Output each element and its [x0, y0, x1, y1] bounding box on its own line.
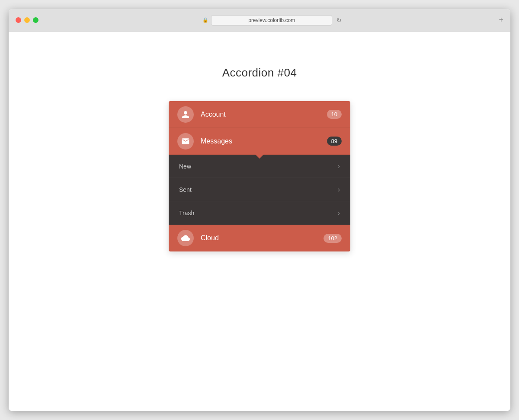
cloud-badge: 102	[324, 234, 342, 243]
maximize-button[interactable]	[33, 17, 38, 23]
chevron-right-icon: ›	[338, 162, 340, 170]
accordion-item-messages[interactable]: Messages 89	[169, 128, 350, 155]
traffic-lights	[16, 17, 38, 23]
accordion-item-account[interactable]: Account 10	[169, 101, 350, 128]
messages-badge: 89	[327, 137, 342, 146]
browser-chrome: 🔒 preview.colorlib.com ↻ +	[9, 9, 510, 32]
envelope-icon	[181, 137, 190, 146]
chevron-right-icon: ›	[338, 209, 340, 217]
sent-label: Sent	[179, 186, 338, 193]
lock-icon: 🔒	[202, 17, 208, 23]
sub-item-sent[interactable]: Sent ›	[169, 178, 350, 201]
url-input[interactable]: preview.colorlib.com	[211, 15, 332, 25]
close-button[interactable]	[16, 17, 21, 23]
cloud-label: Cloud	[201, 234, 324, 242]
page-title: Accordion #04	[222, 66, 297, 80]
browser-window: 🔒 preview.colorlib.com ↻ + Accordion #04…	[9, 9, 510, 411]
browser-content: Accordion #04 Account 10	[9, 32, 510, 411]
trash-label: Trash	[179, 210, 338, 216]
address-bar: 🔒 preview.colorlib.com ↻	[45, 15, 499, 25]
messages-label: Messages	[201, 137, 327, 145]
accordion-item-cloud[interactable]: Cloud 102	[169, 225, 350, 251]
account-label: Account	[201, 111, 327, 118]
cloud-icon-circle	[177, 230, 194, 246]
cloud-icon	[181, 234, 190, 242]
chevron-right-icon: ›	[338, 186, 340, 194]
user-icon	[181, 110, 190, 119]
account-badge: 10	[327, 110, 342, 119]
refresh-icon[interactable]: ↻	[336, 17, 342, 24]
new-tab-button[interactable]: +	[499, 16, 503, 25]
account-icon-circle	[177, 106, 194, 123]
new-label: New	[179, 163, 338, 170]
minimize-button[interactable]	[24, 17, 30, 23]
accordion: Account 10 Messages 89 New ›	[169, 101, 350, 251]
accordion-expanded-messages: New › Sent › Trash ›	[169, 155, 350, 225]
sub-item-trash[interactable]: Trash ›	[169, 201, 350, 225]
messages-icon-circle	[177, 133, 194, 150]
